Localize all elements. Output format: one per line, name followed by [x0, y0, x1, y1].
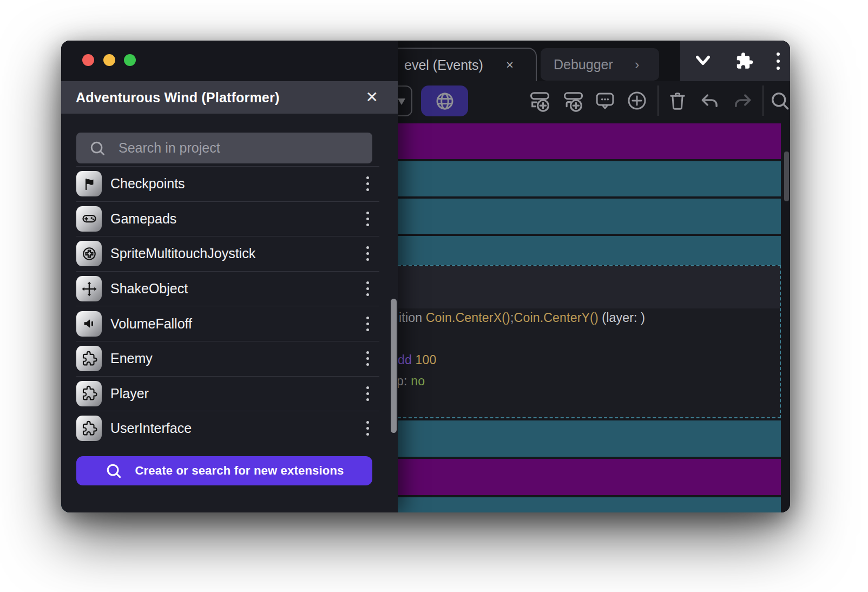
- move-arrows-icon: [76, 276, 102, 301]
- list-item-label: Gamepads: [110, 211, 176, 227]
- list-item-label: VolumeFalloff: [110, 316, 192, 332]
- project-title: Adventurous Wind (Platformer): [76, 90, 279, 106]
- joystick-icon: [76, 241, 102, 266]
- speaker-icon: [76, 311, 102, 337]
- list-item-label: Enemy: [110, 351, 153, 366]
- toolbar-divider: [762, 85, 764, 116]
- extensions-list: Checkpoints Gamepads: [76, 166, 379, 446]
- close-window-button[interactable]: [82, 54, 94, 66]
- flag-icon: [76, 171, 102, 196]
- tab-close-icon[interactable]: ×: [506, 57, 514, 73]
- extensions-puzzle-icon[interactable]: [734, 51, 754, 71]
- item-menu-icon[interactable]: [360, 176, 375, 191]
- tab-debugger[interactable]: Debugger ›: [541, 48, 659, 81]
- add-subevent-button[interactable]: [562, 89, 586, 113]
- add-event-button[interactable]: [528, 89, 552, 113]
- item-menu-icon[interactable]: [360, 421, 375, 436]
- close-drawer-icon[interactable]: ✕: [366, 89, 378, 106]
- list-item-checkpoints[interactable]: Checkpoints: [76, 166, 379, 201]
- search-placeholder: Search in project: [119, 140, 220, 156]
- zoom-window-button[interactable]: [124, 54, 136, 66]
- gamepad-icon: [76, 206, 102, 232]
- list-item-gamepads[interactable]: Gamepads: [76, 201, 379, 236]
- code-line[interactable]: ition Coin.CenterX();Coin.CenterY() (lay…: [399, 311, 645, 325]
- item-menu-icon[interactable]: [360, 317, 375, 331]
- list-item-label: Checkpoints: [110, 176, 185, 192]
- undo-button[interactable]: [698, 89, 722, 113]
- chevron-down-icon[interactable]: [693, 53, 713, 69]
- code-line[interactable]: p: no: [397, 374, 425, 389]
- globe-button[interactable]: [421, 85, 468, 116]
- drawer-header: Adventurous Wind (Platformer) ✕: [61, 81, 398, 114]
- create-extension-label: Create or search for new extensions: [135, 464, 344, 478]
- list-item-label: SpriteMultitouchJoystick: [110, 246, 255, 261]
- list-item-volumefalloff[interactable]: VolumeFalloff: [76, 306, 379, 341]
- globe-icon: [433, 90, 456, 113]
- item-menu-icon[interactable]: [360, 351, 375, 366]
- toolbar-divider: [657, 85, 659, 116]
- search-events-button[interactable]: [768, 89, 790, 113]
- kebab-menu-icon[interactable]: [775, 50, 781, 72]
- list-item-spritemultitouchjoystick[interactable]: SpriteMultitouchJoystick: [76, 236, 379, 271]
- add-circle-button[interactable]: [625, 89, 649, 113]
- item-menu-icon[interactable]: [360, 386, 375, 401]
- puzzle-icon: [76, 381, 102, 406]
- add-comment-button[interactable]: [593, 89, 617, 113]
- list-item-label: ShakeObject: [110, 281, 188, 297]
- dropdown-arrow-icon: [396, 95, 408, 107]
- search-input[interactable]: Search in project: [76, 133, 372, 163]
- list-item-userinterface[interactable]: UserInterface: [76, 411, 379, 446]
- macos-titlebar: [61, 41, 398, 81]
- redo-button[interactable]: [731, 89, 754, 113]
- window-actions-panel: [680, 41, 790, 81]
- item-menu-icon[interactable]: [360, 281, 375, 296]
- project-manager-drawer: Adventurous Wind (Platformer) ✕ Search i…: [61, 41, 398, 512]
- list-item-player[interactable]: Player: [76, 376, 379, 411]
- item-menu-icon[interactable]: [360, 212, 375, 226]
- tab-level-events-label: evel (Events): [404, 57, 483, 73]
- puzzle-icon: [76, 346, 102, 371]
- list-item-label: Player: [110, 386, 149, 402]
- minimize-window-button[interactable]: [103, 54, 115, 66]
- list-item-shakeobject[interactable]: ShakeObject: [76, 271, 379, 306]
- chevron-right-icon[interactable]: ›: [635, 56, 640, 73]
- app-window: evel (Events) × Debugger ›: [61, 41, 790, 512]
- page-background: evel (Events) × Debugger ›: [0, 0, 868, 592]
- item-menu-icon[interactable]: [360, 246, 375, 261]
- tab-debugger-label: Debugger: [554, 57, 613, 73]
- delete-button[interactable]: [666, 89, 689, 113]
- search-icon: [104, 462, 123, 480]
- events-scrollbar[interactable]: [784, 152, 789, 201]
- drawer-scrollbar[interactable]: [391, 299, 397, 433]
- list-item-label: UserInterface: [110, 420, 192, 436]
- list-item-enemy[interactable]: Enemy: [76, 341, 379, 376]
- create-extension-button[interactable]: Create or search for new extensions: [76, 456, 372, 485]
- search-icon: [88, 139, 107, 157]
- puzzle-icon: [76, 416, 102, 441]
